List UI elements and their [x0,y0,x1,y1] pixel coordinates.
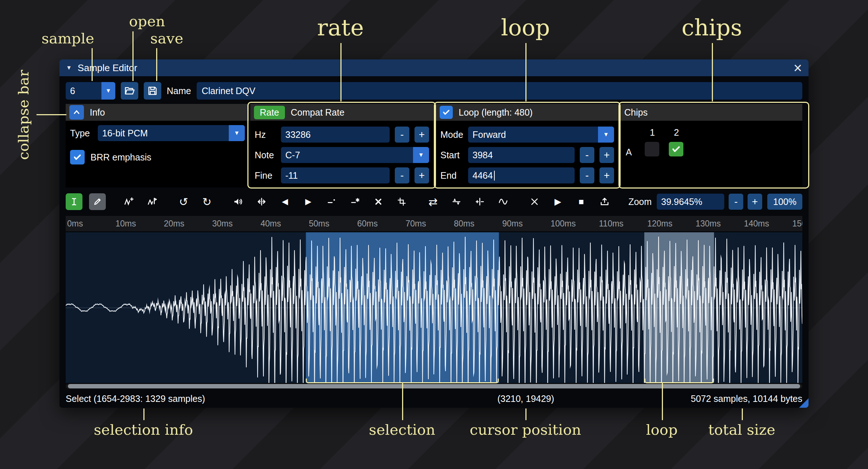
resize-button[interactable] [120,193,137,210]
start-minus-button[interactable]: - [580,147,594,163]
fine-row: Fine -11 - + [255,167,429,183]
normalize-button[interactable] [253,193,270,210]
waveform-view[interactable] [66,232,802,383]
loop-checkbox[interactable] [440,106,453,119]
resample-button[interactable] [144,193,161,210]
chevron-down-icon[interactable]: ▼ [229,125,245,141]
annotation-loop-label: loop [501,14,550,41]
name-input[interactable]: Clarinet DQV [197,82,802,100]
annotation-loop-bottom-label: loop [646,421,678,438]
annotation-cursor-line [525,408,526,420]
invert-wave-icon [451,197,462,207]
waveform-scrollbar[interactable] [66,384,802,389]
annotation-selection-info-line [143,408,144,420]
fine-minus-button[interactable]: - [395,167,409,183]
loop-start-input[interactable]: 3984 [468,147,575,163]
note-dropdown[interactable]: C-7 ▼ [281,147,429,163]
redo-button[interactable]: ↻ [198,193,215,210]
loop-end-input[interactable]: 4464 [468,167,575,183]
fade-in-button[interactable]: ◀ [277,193,293,210]
close-icon[interactable]: × [794,62,802,74]
loop-length-label: Loop (length: 480) [459,107,533,118]
type-dropdown[interactable]: 16-bit PCM ▼ [98,125,245,141]
start-plus-button[interactable]: + [599,147,614,163]
ibeam-cursor-icon [69,197,79,206]
timeline-label: 0ms [67,219,83,229]
fade-out-button[interactable]: ▶ [300,193,317,210]
amplify-button[interactable] [230,193,247,210]
chip-a2-checkbox[interactable] [669,142,683,156]
timeline-label: 20ms [164,219,184,229]
insert-silence-button[interactable] [323,193,340,210]
end-plus-button[interactable]: + [599,167,614,183]
create-wavetable-button[interactable] [596,193,613,210]
zoom-input[interactable]: 39.9645% [657,194,724,210]
wave-resize-icon [124,197,134,207]
window-collapse-icon[interactable]: ▼ [66,65,72,71]
chevron-down-icon[interactable]: ▼ [101,82,115,100]
hz-input[interactable]: 33286 [281,127,390,143]
waveform-canvas[interactable] [66,232,802,383]
undo-button[interactable]: ↺ [175,193,192,210]
fine-label: Fine [255,170,281,181]
chevron-down-icon[interactable]: ▼ [598,127,614,143]
normalize-arrows-icon [256,197,267,207]
redo-icon: ↻ [202,195,211,208]
fade-in-icon: ◀ [282,197,288,206]
timeline-label: 30ms [212,219,233,229]
preview-stop-button[interactable]: ■ [573,193,590,210]
sample-number-value[interactable]: 6 [66,82,101,100]
chips-header: Chips [621,104,802,121]
sample-toolbar: ↺ ↻ ◀ ▶ ⇄ [66,193,802,211]
chip-a1-checkbox[interactable] [645,142,659,156]
zoom-reset-button[interactable]: 100% [767,194,802,210]
brr-emphasis-label: BRR emphasis [90,152,151,163]
delete-button[interactable] [370,193,387,210]
reverse-button[interactable]: ⇄ [425,193,441,210]
zoom-minus-button[interactable]: - [729,194,743,210]
invert-button[interactable] [448,193,465,210]
chevron-down-icon[interactable]: ▼ [413,147,429,163]
filter-button[interactable] [495,193,512,210]
resize-grip[interactable] [799,398,809,408]
signed-unsigned-button[interactable] [471,193,488,210]
check-icon [442,108,451,117]
floppy-disk-icon [147,85,158,96]
end-minus-button[interactable]: - [580,167,594,183]
plus-minus-icon [475,197,485,207]
preview-play-button[interactable]: ▶ [549,193,566,210]
apply-silence-button[interactable] [347,193,363,210]
annotation-collapse-bar-label: collapse bar [15,70,32,160]
fine-input[interactable]: -11 [281,167,390,183]
start-label: Start [440,150,468,160]
timeline-label: 90ms [502,219,523,229]
collapse-bar-button[interactable] [69,105,84,120]
chips-row-a: A [626,147,632,158]
hz-minus-button[interactable]: - [395,127,409,143]
timeline-ruler[interactable]: 0ms 10ms 20ms 30ms 40ms 50ms 60ms 70ms 8… [66,216,802,231]
status-bar: Select (1654-2983: 1329 samples) (3210, … [66,389,802,408]
trim-button[interactable] [393,193,410,210]
fine-plus-button[interactable]: + [414,167,429,183]
mode-dropdown[interactable]: Forward ▼ [468,127,614,143]
open-button[interactable] [121,82,138,100]
timeline-label: 130ms [696,219,721,229]
sample-number-combo[interactable]: 6 ▼ [66,82,115,100]
name-value: Clarinet DQV [202,86,255,96]
pencil-icon [93,197,102,206]
scrollbar-thumb[interactable] [68,384,800,388]
save-button[interactable] [144,82,161,100]
brr-emphasis-checkbox[interactable] [70,150,85,164]
edit-mode-select-button[interactable] [66,193,82,210]
annotation-selection-label: selection [369,421,435,438]
edit-mode-draw-button[interactable] [89,193,106,210]
stop-icon: ■ [579,197,584,207]
chips-title: Chips [624,107,648,118]
hz-plus-button[interactable]: + [414,127,429,143]
speaker-icon [233,197,243,207]
zoom-plus-button[interactable]: + [748,194,762,210]
loop-start-row: Start 3984 - + [440,147,614,163]
upload-icon [599,197,610,207]
rate-badge[interactable]: Rate [254,106,285,119]
crossfade-loop-button[interactable] [526,193,543,210]
